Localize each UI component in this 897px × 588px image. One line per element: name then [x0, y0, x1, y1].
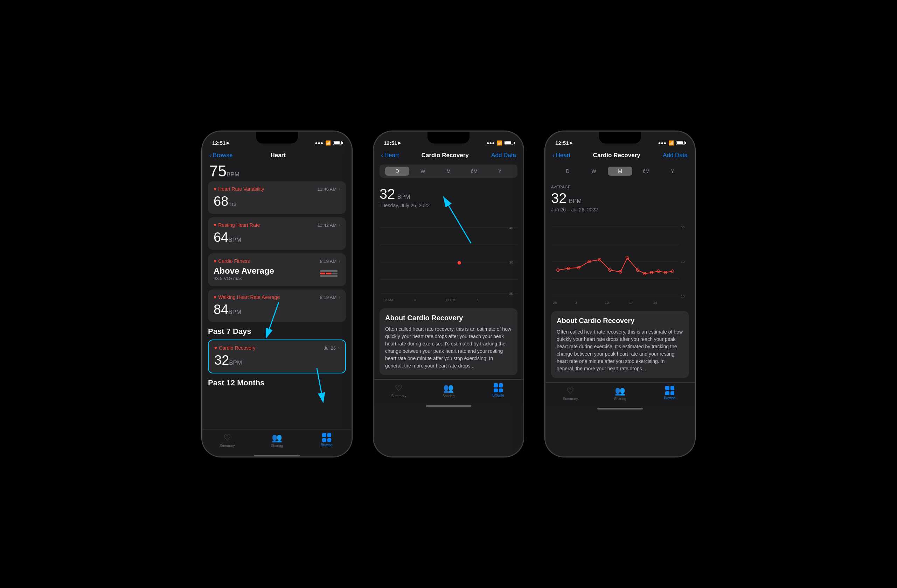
about-text-2: Often called heart rate recovery, this i… — [385, 325, 512, 370]
tab-summary-3[interactable]: ♡ Summary — [545, 386, 595, 401]
hrv-time: 11:46 AM — [317, 186, 337, 192]
svg-text:30: 30 — [681, 260, 684, 264]
svg-text:12 PM: 12 PM — [445, 298, 456, 302]
walking-hr-title: ♥ Walking Heart Rate Average — [214, 294, 280, 300]
page-title-1: Heart — [270, 152, 285, 159]
tab-sharing-label-1: Sharing — [271, 444, 283, 447]
time-btn-6m-3[interactable]: 6M — [634, 166, 658, 176]
hrv-chevron: › — [338, 186, 340, 192]
svg-text:26: 26 — [553, 301, 557, 304]
add-data-button-3[interactable]: Add Data — [663, 152, 687, 159]
chart-avg-label-3: AVERAGE — [545, 181, 695, 189]
back-button-3[interactable]: ‹ Heart — [553, 152, 570, 159]
svg-text:24: 24 — [653, 301, 657, 304]
resting-hr-card[interactable]: ♥ Resting Heart Rate 11:42 AM › 64BPM — [208, 217, 346, 250]
sharing-tab-icon-1: 👥 — [272, 433, 282, 443]
walking-hr-time: 8:19 AM — [320, 295, 337, 300]
time-period-bar-3: D W M 6M Y — [551, 165, 689, 178]
walking-hr-card[interactable]: ♥ Walking Heart Rate Average 8:19 AM › 8… — [208, 289, 346, 322]
back-label-2: Heart — [384, 152, 399, 159]
svg-text:3: 3 — [575, 301, 577, 304]
section-past12months: Past 12 Months — [208, 378, 346, 388]
svg-text:12 AM: 12 AM — [383, 298, 393, 302]
hrv-title: ♥ Heart Rate Variability — [214, 186, 264, 192]
tab-browse-label-2: Browse — [492, 393, 504, 397]
partial-heart-rate: 75BPM — [202, 162, 352, 180]
time-btn-6m-2[interactable]: 6M — [462, 166, 486, 176]
hrv-card[interactable]: ♥ Heart Rate Variability 11:46 AM › 68ms — [208, 181, 346, 214]
svg-text:10: 10 — [605, 301, 609, 304]
time-btn-w-3[interactable]: W — [582, 166, 606, 176]
chart-date-range-3: Jun 26 – Jul 26, 2022 — [551, 207, 689, 212]
chart-svg-3: 50 30 20 26 3 10 17 24 — [551, 216, 689, 307]
chart-date-2: Tuesday, July 26, 2022 — [380, 203, 517, 208]
back-button-1[interactable]: ‹ Browse — [210, 152, 233, 159]
svg-text:6: 6 — [414, 298, 416, 302]
chart-svg-2: 40 30 20 12 AM 6 12 PM 6 — [380, 213, 517, 304]
cardio-recovery-chevron: › — [338, 345, 340, 351]
status-time-1: 12:51 ▶ — [212, 140, 229, 146]
time-btn-m-2[interactable]: M — [436, 166, 461, 176]
tab-summary-2[interactable]: ♡ Summary — [374, 383, 424, 398]
add-data-button-2[interactable]: Add Data — [491, 152, 516, 159]
svg-text:30: 30 — [509, 260, 513, 264]
tab-bar-2: ♡ Summary 👥 Sharing Browse — [374, 379, 523, 405]
tab-browse-1[interactable]: Browse — [302, 433, 352, 447]
back-label-3: Heart — [556, 152, 571, 159]
battery-icon-3 — [676, 141, 685, 145]
scroll-content-1: ♥ Heart Rate Variability 11:46 AM › 68ms… — [202, 181, 352, 429]
time-btn-d-2[interactable]: D — [385, 166, 409, 176]
back-button-2[interactable]: ‹ Heart — [381, 152, 399, 159]
page-title-3: Cardio Recovery — [593, 152, 640, 159]
tab-sharing-2[interactable]: 👥 Sharing — [424, 383, 473, 398]
status-time-3: 12:51 ▶ — [555, 140, 572, 146]
phone-1: 12:51 ▶ ●●● 📶 ‹ Browse Heart 75BPM ♥ Hea… — [202, 131, 352, 457]
time-btn-w-2[interactable]: W — [411, 166, 435, 176]
browse-tab-icon-1 — [322, 433, 331, 442]
cardio-fitness-card[interactable]: ♥ Cardio Fitness 8:19 AM › Above Average… — [208, 254, 346, 286]
phone-2: 12:51 ▶ ●●● 📶 ‹ Heart Cardio Recovery Ad… — [373, 131, 524, 457]
tab-sharing-1[interactable]: 👥 Sharing — [252, 433, 302, 447]
tab-browse-3[interactable]: Browse — [645, 386, 695, 400]
resting-hr-time: 11:42 AM — [317, 223, 337, 228]
tab-sharing-label-2: Sharing — [442, 394, 455, 398]
about-title-3: About Cardio Recovery — [557, 317, 683, 325]
wifi-icon-1: 📶 — [325, 141, 331, 146]
tab-summary-label-1: Summary — [220, 444, 235, 447]
time-period-bar-2: D W M 6M Y — [380, 165, 517, 178]
battery-icon-2 — [505, 141, 513, 145]
chart-big-value-2: 32BPM — [380, 186, 517, 202]
about-title-2: About Cardio Recovery — [385, 314, 512, 322]
time-btn-m-3[interactable]: M — [608, 166, 633, 176]
tab-summary-1[interactable]: ♡ Summary — [202, 433, 252, 447]
page-title-2: Cardio Recovery — [421, 152, 469, 159]
nav-bar-3: ‹ Heart Cardio Recovery Add Data — [545, 149, 695, 162]
sharing-tab-icon-3: 👥 — [615, 386, 625, 396]
heart-tab-icon-2: ♡ — [395, 383, 403, 393]
tab-summary-label-3: Summary — [563, 397, 578, 401]
time-btn-y-3[interactable]: Y — [660, 166, 685, 176]
screen-2: ‹ Heart Cardio Recovery Add Data D W M 6… — [374, 149, 523, 457]
walking-hr-chevron: › — [338, 294, 340, 300]
tab-browse-2[interactable]: Browse — [473, 383, 523, 397]
signal-icon-1: ●●● — [315, 141, 323, 146]
time-btn-y-2[interactable]: Y — [488, 166, 512, 176]
cardio-fitness-value: Above Average — [214, 266, 274, 276]
svg-text:20: 20 — [681, 294, 684, 298]
about-text-3: Often called heart rate recovery, this i… — [557, 328, 683, 373]
battery-icon-1 — [333, 141, 342, 145]
resting-hr-chevron: › — [338, 222, 340, 228]
about-section-2: About Cardio Recovery Often called heart… — [380, 309, 517, 375]
svg-text:40: 40 — [509, 226, 513, 230]
cardio-fitness-title: ♥ Cardio Fitness — [214, 258, 250, 264]
home-indicator-3 — [597, 408, 643, 409]
chart-area-3: 50 30 20 26 3 10 17 24 — [551, 216, 689, 307]
tab-sharing-3[interactable]: 👥 Sharing — [595, 386, 645, 401]
tab-browse-label-1: Browse — [321, 443, 332, 447]
cardio-recovery-card[interactable]: ♥ Cardio Recovery Jul 26 › 32BPM — [208, 339, 346, 373]
status-time-2: 12:51 ▶ — [384, 140, 401, 146]
browse-tab-icon-2 — [494, 383, 503, 393]
chart-value-display-2: 32BPM Tuesday, July 26, 2022 — [374, 181, 523, 213]
time-btn-d-3[interactable]: D — [555, 166, 580, 176]
signal-icon-2: ●●● — [486, 141, 495, 146]
